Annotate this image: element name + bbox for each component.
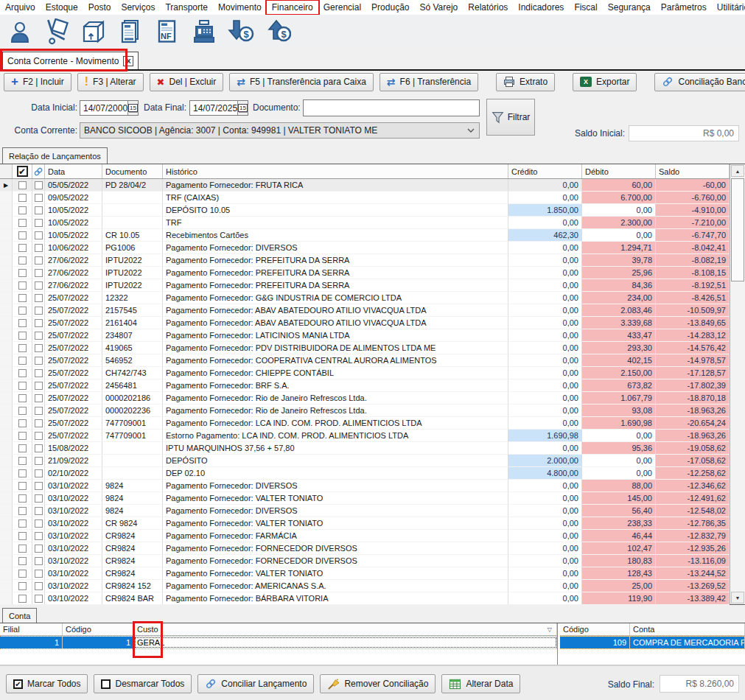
- row-checkbox[interactable]: [13, 342, 32, 354]
- row-checkbox[interactable]: [13, 292, 32, 304]
- column-header-codigo[interactable]: Código: [63, 623, 134, 635]
- row-checkbox[interactable]: [13, 204, 32, 217]
- extrato-button[interactable]: Extrato: [496, 73, 555, 91]
- invoice-icon[interactable]: [116, 18, 144, 45]
- row-selector[interactable]: [0, 555, 13, 567]
- transferencia-button[interactable]: ⇄F6 | Transferência: [380, 73, 478, 91]
- row-selector[interactable]: [0, 505, 13, 517]
- row-selector[interactable]: [0, 392, 13, 405]
- row-conciliado-checkbox[interactable]: [32, 542, 45, 555]
- row-checkbox[interactable]: [13, 217, 32, 229]
- row-selector[interactable]: [0, 279, 13, 292]
- table-row[interactable]: 25/07/202212322Pagamento Fornecedor: G&G…: [0, 292, 730, 304]
- column-header-custo[interactable]: Custo▽: [134, 623, 557, 635]
- menu-item-gerencial[interactable]: Gerencial: [318, 1, 366, 14]
- row-checkbox[interactable]: [13, 367, 32, 379]
- row-checkbox[interactable]: [13, 242, 32, 254]
- row-selector[interactable]: [0, 217, 13, 229]
- table-row[interactable]: ▶05/05/2022PD 28/04/2Pagamento Fornecedo…: [0, 179, 730, 192]
- row-selector[interactable]: [0, 192, 13, 204]
- column-header-historico[interactable]: Histórico: [163, 164, 508, 178]
- row-selector[interactable]: [0, 430, 13, 442]
- row-conciliado-checkbox[interactable]: [32, 217, 45, 229]
- row-checkbox[interactable]: [13, 192, 32, 204]
- alterar-button[interactable]: !F3 | Alterar: [77, 73, 144, 91]
- column-header-filial[interactable]: Filial: [0, 623, 63, 635]
- exportar-button[interactable]: XExportar: [573, 73, 637, 91]
- table-row[interactable]: 25/07/2022234807Pagamento Fornecedor: LA…: [0, 329, 730, 342]
- table-row[interactable]: 25/07/2022419065Pagamento Fornecedor: PD…: [0, 342, 730, 354]
- menu-item-servicos[interactable]: Serviços: [116, 1, 160, 14]
- cash-register-icon[interactable]: [190, 18, 218, 45]
- row-selector[interactable]: [0, 492, 13, 505]
- row-conciliado-checkbox[interactable]: [32, 530, 45, 542]
- row-selector[interactable]: [0, 442, 13, 455]
- row-selector[interactable]: [0, 542, 13, 555]
- conciliacao-bancaria-button[interactable]: Conciliação Bancária: [654, 73, 745, 91]
- column-header-data[interactable]: Data: [45, 164, 102, 178]
- menu-item-parametros[interactable]: Parâmetros: [656, 1, 712, 14]
- row-conciliado-checkbox[interactable]: [32, 279, 45, 292]
- tab-relacao-de-lancamentos[interactable]: Relação de Lançamentos: [2, 147, 108, 164]
- row-checkbox[interactable]: [13, 555, 32, 567]
- row-conciliado-checkbox[interactable]: [32, 242, 45, 254]
- row-selector[interactable]: [0, 567, 13, 580]
- table-row[interactable]: 03/10/2022CR9824Pagamento Fornecedor: FA…: [0, 530, 730, 542]
- row-conciliado-checkbox[interactable]: [32, 367, 45, 379]
- table-row[interactable]: 27/06/2022IPTU2022Pagamento Fornecedor: …: [0, 254, 730, 267]
- incluir-button[interactable]: +F2 | Incluir: [4, 73, 71, 91]
- menu-item-seguranca[interactable]: Segurança: [603, 1, 656, 14]
- header-conciliado[interactable]: [32, 164, 45, 178]
- row-selector[interactable]: [0, 317, 13, 329]
- calendar-icon[interactable]: 15: [237, 101, 248, 115]
- row-checkbox[interactable]: [13, 442, 32, 455]
- row-conciliado-checkbox[interactable]: [32, 455, 45, 467]
- table-row[interactable]: 10/05/2022TRF0,002.300,00-7.210,00: [0, 217, 730, 229]
- row-selector[interactable]: [0, 467, 13, 480]
- row-conciliado-checkbox[interactable]: [32, 267, 45, 279]
- table-row[interactable]: 15/08/2022IPTU MARQUINHOS 37,56 + 57,800…: [0, 442, 730, 455]
- remover-conciliacao-button[interactable]: Remover Conciliação: [320, 674, 436, 693]
- close-tab-icon[interactable]: X: [123, 56, 133, 66]
- row-conciliado-checkbox[interactable]: [32, 480, 45, 492]
- row-checkbox[interactable]: [13, 530, 32, 542]
- data-inicial-field[interactable]: 14/07/2000 15: [80, 100, 139, 116]
- nf-document-icon[interactable]: [153, 18, 181, 45]
- row-conciliado-checkbox[interactable]: [32, 467, 45, 480]
- conta-row[interactable]: 109 COMPRA DE MERCADORIA PARA REVENDA: [560, 636, 745, 649]
- row-selector[interactable]: [0, 517, 13, 530]
- row-conciliado-checkbox[interactable]: [32, 342, 45, 354]
- row-conciliado-checkbox[interactable]: [32, 517, 45, 530]
- conta-corrente-select[interactable]: BANCO SICOOB | Agência: 3007 | Conta: 94…: [80, 122, 480, 139]
- row-selector[interactable]: [0, 379, 13, 392]
- table-row[interactable]: 03/10/2022CR9824Pagamento Fornecedor: FO…: [0, 555, 730, 567]
- row-checkbox[interactable]: [13, 467, 32, 480]
- row-selector[interactable]: [0, 530, 13, 542]
- menu-item-indicadores[interactable]: Indicadores: [513, 1, 569, 14]
- row-conciliado-checkbox[interactable]: [32, 442, 45, 455]
- desmarcar-todos-button[interactable]: Desmarcar Todos: [94, 674, 192, 693]
- table-row[interactable]: 03/10/20229824Pagamento Fornecedor: DIVE…: [0, 505, 730, 517]
- row-checkbox[interactable]: [13, 592, 32, 605]
- row-checkbox[interactable]: [13, 179, 32, 192]
- table-row[interactable]: 27/06/2022IPTU2022Pagamento Fornecedor: …: [0, 279, 730, 292]
- row-checkbox[interactable]: [13, 455, 32, 467]
- row-conciliado-checkbox[interactable]: [32, 354, 45, 367]
- row-selector[interactable]: [0, 354, 13, 367]
- row-selector[interactable]: ▶: [0, 179, 13, 192]
- column-header-conta-codigo[interactable]: Código: [560, 623, 630, 635]
- row-selector[interactable]: [0, 592, 13, 605]
- filtrar-button[interactable]: Filtrar: [486, 99, 535, 136]
- menu-item-fiscal[interactable]: Fiscal: [569, 1, 602, 14]
- row-checkbox[interactable]: [13, 267, 32, 279]
- marcar-todos-button[interactable]: ✔Marcar Todos: [6, 674, 88, 693]
- row-conciliado-checkbox[interactable]: [32, 379, 45, 392]
- tab-conta-corrente-movimento[interactable]: Conta Corrente - Movimento X: [2, 52, 139, 69]
- row-conciliado-checkbox[interactable]: [32, 392, 45, 405]
- column-header-documento[interactable]: Documento: [102, 164, 163, 178]
- menu-item-movimento[interactable]: Movimento: [213, 1, 267, 14]
- row-checkbox[interactable]: [13, 517, 32, 530]
- row-selector[interactable]: [0, 455, 13, 467]
- row-selector[interactable]: [0, 367, 13, 379]
- row-conciliado-checkbox[interactable]: [32, 405, 45, 417]
